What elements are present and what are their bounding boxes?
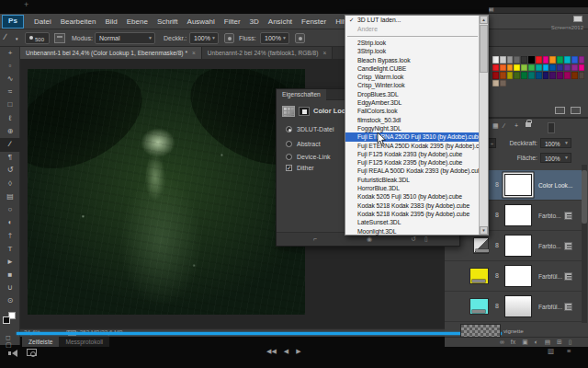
option-device-link[interactable]: Device-Link (286, 154, 331, 161)
color-swatch[interactable] (536, 64, 542, 72)
lut-menu-item[interactable]: Crisp_Warm.look (345, 73, 480, 81)
video-track-thumbnail[interactable] (461, 325, 500, 337)
lut-menu-item[interactable]: Kodak 5205 Fuji 3510 (by Adobe).cube (345, 192, 480, 201)
layer-name[interactable]: Farbfül... (538, 304, 562, 310)
radio-icon[interactable] (286, 154, 292, 160)
lut-menu-item[interactable]: Fuji F125 Kodak 2395 (by Adobe).cube (345, 158, 480, 167)
lut-menu-item[interactable]: DropBlues.3DL (345, 90, 480, 98)
new-swatch-icon[interactable] (555, 107, 565, 114)
menu-item[interactable]: Datei (29, 14, 56, 29)
color-swatch[interactable] (549, 56, 556, 63)
color-swatch[interactable] (521, 64, 527, 72)
lut-menu-item[interactable]: filmstock_50.3dl (345, 116, 480, 124)
radio-icon[interactable] (286, 141, 292, 147)
flow-select[interactable]: 100% ▼ (260, 32, 289, 44)
color-swatch[interactable] (579, 72, 585, 79)
layers-footer-icon[interactable]: fx (511, 339, 515, 345)
color-swatch[interactable] (571, 56, 578, 63)
scroll-up-icon[interactable]: ▲ (480, 16, 488, 24)
scrollbar-thumb[interactable] (480, 25, 488, 73)
layer-row[interactable]: 8 Farbfül... (445, 292, 582, 322)
layer-mask-thumbnail[interactable] (504, 295, 532, 317)
menu-item[interactable]: Bearbeiten (56, 14, 101, 29)
timeline-tab[interactable]: Zeitleiste (22, 337, 59, 347)
visibility-icon[interactable]: ◉ (367, 236, 372, 243)
timeline-playhead-line[interactable] (17, 332, 502, 335)
checkbox-icon[interactable] (286, 165, 292, 171)
tool-button[interactable]: ○ (0, 203, 20, 216)
menu-item[interactable]: Ansicht (264, 14, 297, 29)
color-swatch[interactable] (564, 72, 571, 79)
lut-menu-item[interactable]: 2Strip.look (345, 39, 480, 47)
radio-icon[interactable] (286, 126, 292, 132)
lut-menu-item[interactable]: Fuji ETERNA 250D Kodak 2395 (by Adobe).c… (345, 142, 480, 150)
layer-name[interactable]: Color Look... (538, 182, 572, 189)
layer-style-badge-icon[interactable] (564, 212, 572, 220)
color-swatch[interactable] (549, 64, 556, 72)
lock-position-icon[interactable]: + (514, 122, 518, 130)
close-icon[interactable]: × (192, 50, 196, 56)
color-swatch[interactable] (536, 72, 542, 79)
lock-transparency-icon[interactable]: ▦ (492, 122, 499, 130)
scrollbar-thumb[interactable] (582, 170, 587, 224)
menu-item[interactable]: Bild (100, 14, 121, 29)
layer-name[interactable]: Farbfül... (538, 273, 562, 280)
opacity-select[interactable]: 100% ▼ (189, 32, 219, 44)
color-swatch[interactable] (500, 80, 506, 87)
color-swatch[interactable] (507, 64, 514, 72)
dock-strip-icon[interactable]: ▤ (489, 6, 494, 13)
tool-button[interactable]: ↺ (0, 165, 20, 178)
video-track-row[interactable]: vignette (445, 325, 588, 338)
color-swatch[interactable] (492, 64, 499, 72)
menu-item[interactable]: Fenster (297, 14, 331, 29)
document-tab[interactable]: Unbenannt-1 bei 24,4% (Color Lookup 1, E… (20, 47, 202, 59)
color-swatch[interactable] (536, 56, 542, 63)
brush-preset-picker[interactable]: 500 (25, 32, 50, 44)
window-control-icon[interactable] (573, 16, 582, 22)
color-swatch[interactable] (564, 64, 571, 72)
color-swatch[interactable] (579, 56, 585, 63)
layer-style-badge-icon[interactable] (564, 272, 572, 281)
tool-button[interactable]: † (0, 230, 20, 243)
tool-button[interactable]: ▫ (0, 60, 20, 73)
frame-icon[interactable] (27, 349, 37, 356)
lut-menu-item[interactable]: Moonlight.3DL (345, 227, 480, 236)
layer-name[interactable]: Farbto... (538, 243, 561, 249)
lut-menu-item[interactable]: FuturisticBleak.3DL (345, 176, 480, 184)
menu-item[interactable]: Schrift (153, 14, 183, 29)
color-swatch[interactable] (549, 72, 556, 79)
color-swatch[interactable] (492, 56, 499, 63)
color-swatch[interactable] (492, 72, 499, 79)
color-swatch[interactable] (543, 72, 549, 79)
tool-button[interactable]: ∿ (0, 73, 20, 86)
lock-all-icon[interactable] (526, 122, 531, 127)
color-swatch[interactable] (507, 72, 514, 79)
airbrush-toggle-icon[interactable] (295, 33, 305, 43)
delete-swatch-icon[interactable] (571, 107, 581, 114)
option-dither[interactable]: Dither (286, 165, 314, 172)
lut-menu-item[interactable]: LateSunset.3DL (345, 218, 480, 226)
layer-mask-thumbnail[interactable] (504, 265, 532, 287)
screen-mode-icon[interactable]: ▢ (6, 341, 12, 349)
tool-button[interactable]: ≈ (0, 86, 20, 99)
tool-button[interactable]: ∪ (0, 282, 20, 294)
color-swatch[interactable] (571, 72, 578, 79)
lut-menu-scrollbar[interactable]: ▲ ▼ (479, 16, 488, 235)
tool-button[interactable]: ■ (0, 269, 20, 282)
tool-button[interactable]: ⊙ (0, 295, 20, 308)
color-swatch[interactable] (528, 56, 535, 63)
color-swatch[interactable] (514, 64, 520, 72)
document-tab[interactable]: Unbenannt-2 bei 24% (farblook1, RGB/8)× (202, 47, 333, 59)
menu-item[interactable]: 3D (245, 14, 264, 29)
timeline-icon[interactable]: ≡ (567, 348, 571, 355)
layer-thumbnail[interactable] (470, 269, 488, 283)
tool-button[interactable]: ⊕ (0, 125, 20, 138)
layer-row[interactable]: 8 Farbfül... (445, 261, 582, 292)
layers-footer-icon[interactable]: ▯ (569, 339, 572, 345)
color-swatch[interactable] (571, 64, 578, 72)
timeline-icon[interactable]: ▥ (548, 348, 554, 355)
color-swatch[interactable] (543, 56, 549, 63)
color-swatch[interactable] (557, 72, 563, 79)
menu-item[interactable]: Filter (220, 14, 245, 29)
color-swatch[interactable] (564, 56, 571, 63)
